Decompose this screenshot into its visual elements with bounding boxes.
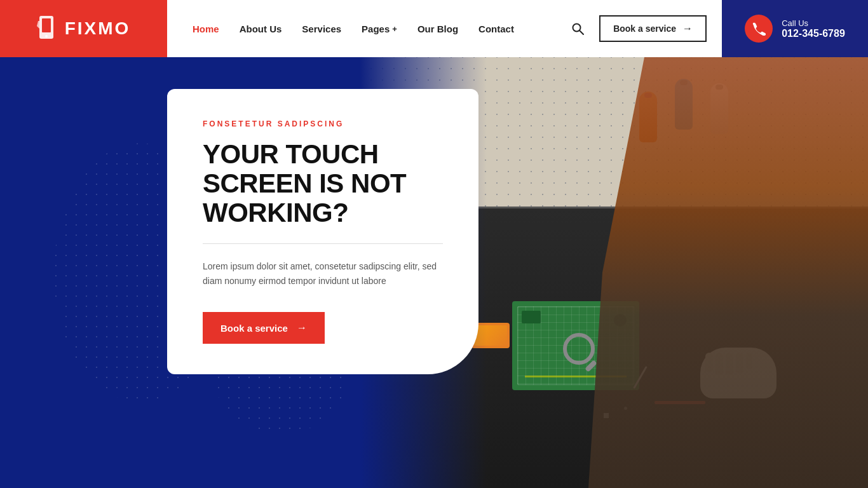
hero-divider [203,243,443,244]
button-arrow-icon: → [297,322,307,334]
nav-contact[interactable]: Contact [478,24,514,34]
hero-description: Lorem ipsum dolor sit amet, consetetur s… [203,259,443,290]
call-info: Call Us 012-345-6789 [782,18,845,39]
logo-section[interactable]: FIXMO [0,0,167,57]
call-number: 012-345-6789 [782,28,845,39]
nav-pages[interactable]: Pages + [362,24,397,34]
svg-line-4 [580,30,583,34]
svg-rect-1 [42,18,51,32]
hero-card: FONSETETUR SADIPSCING YOUR TOUCH SCREEN … [167,89,478,374]
nav-blog[interactable]: Our Blog [417,24,458,34]
main-nav: Home About Us Services Pages + Our Blog … [167,24,566,34]
call-section: Call Us 012-345-6789 [722,0,868,57]
logo-icon [37,15,60,43]
call-label: Call Us [782,18,845,28]
hero-section: FONSETETUR SADIPSCING YOUR TOUCH SCREEN … [0,57,868,488]
search-icon [571,22,584,35]
magnifying-glass [563,333,595,365]
book-service-hero-button[interactable]: Book a service → [203,312,325,344]
book-service-header-button[interactable]: Book a service → [599,15,707,42]
header-actions: Book a service → [566,15,722,42]
nav-home[interactable]: Home [193,24,219,34]
svg-point-2 [45,35,48,37]
phone-icon-circle [745,15,773,43]
phone-icon [752,22,766,36]
search-button[interactable] [566,17,589,40]
header: FIXMO Home About Us Services Pages + Our… [0,0,868,57]
arrow-icon: → [682,23,693,34]
nav-about[interactable]: About Us [240,24,282,34]
hero-subtitle: FONSETETUR SADIPSCING [203,119,443,128]
logo-text: FIXMO [65,18,131,39]
nav-services[interactable]: Services [302,24,341,34]
hero-title: YOUR TOUCH SCREEN IS NOT WORKING? [203,140,443,228]
